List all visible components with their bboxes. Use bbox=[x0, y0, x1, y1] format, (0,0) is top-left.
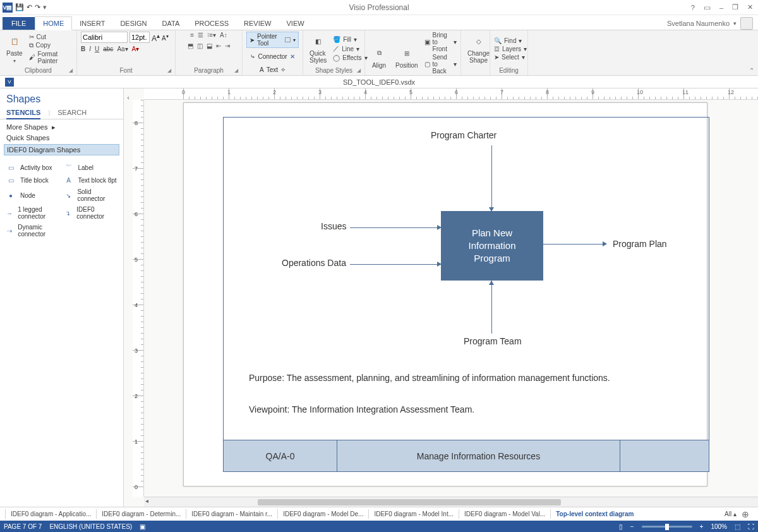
status-language[interactable]: ENGLISH (UNITED STATES) bbox=[49, 523, 132, 530]
tab-view[interactable]: VIEW bbox=[279, 17, 311, 30]
align-top-icon[interactable]: ⬒ bbox=[188, 42, 193, 49]
line-button[interactable]: ／Line▾ bbox=[333, 44, 367, 53]
label-program-charter[interactable]: Program Charter bbox=[431, 130, 496, 140]
title-block[interactable]: QA/A-0 Manage Information Resources bbox=[224, 440, 709, 471]
qat-save-icon[interactable]: 💾 bbox=[15, 3, 24, 11]
zoom-out-button[interactable]: − bbox=[630, 523, 634, 530]
shape-title-block[interactable]: ▭Title block bbox=[5, 176, 61, 184]
align-bottom-icon[interactable]: ⬓ bbox=[207, 42, 212, 49]
font-launcher-icon[interactable]: ◢ bbox=[167, 68, 174, 74]
sheet-tab[interactable]: IDEF0 diagram - Applicatio... bbox=[5, 509, 96, 519]
doc-icon[interactable]: V bbox=[5, 78, 14, 87]
paste-button[interactable]: 📋 Paste ▾ bbox=[4, 32, 25, 65]
arrow-top[interactable] bbox=[491, 145, 492, 211]
more-shapes-item[interactable]: More Shapes ▸ bbox=[6, 123, 117, 131]
sheet-tab[interactable]: IDEF0 diagram - Determin... bbox=[96, 509, 186, 519]
qat-customize-icon[interactable]: ▾ bbox=[43, 3, 47, 11]
italic-button[interactable]: I bbox=[89, 45, 91, 52]
grow-font-button[interactable]: A▴ bbox=[152, 32, 160, 43]
effects-button[interactable]: ◯Effects▾ bbox=[333, 54, 367, 61]
presentation-mode-icon[interactable]: ▯ bbox=[619, 523, 623, 530]
cut-button[interactable]: ✂Cut bbox=[29, 33, 73, 40]
tab-insert[interactable]: INSERT bbox=[72, 17, 112, 30]
shape-label[interactable]: ﹌Label bbox=[63, 163, 119, 172]
label-program-team[interactable]: Program Team bbox=[464, 336, 522, 346]
sheet-tab[interactable]: IDEF0 diagram - Model Val... bbox=[459, 509, 550, 519]
restore-button[interactable]: ❐ bbox=[730, 2, 741, 13]
tab-design[interactable]: DESIGN bbox=[112, 17, 154, 30]
text-direction-icon[interactable]: A↕ bbox=[220, 32, 227, 39]
zoom-slider[interactable] bbox=[642, 526, 692, 528]
find-button[interactable]: 🔍Find▾ bbox=[494, 37, 527, 44]
shape-one-legged[interactable]: →1 legged connector bbox=[5, 206, 61, 220]
minimize-button[interactable]: – bbox=[717, 3, 726, 13]
drawing-canvas[interactable]: Program Charter Issues Operations Data bbox=[144, 100, 758, 497]
drawing-page[interactable]: Program Charter Issues Operations Data bbox=[183, 102, 707, 487]
format-painter-button[interactable]: 🖌Format Painter bbox=[29, 51, 73, 64]
diagram-frame[interactable]: Program Charter Issues Operations Data bbox=[223, 117, 709, 472]
title-block-number[interactable] bbox=[620, 440, 709, 471]
purpose-text[interactable]: Purpose: The assessment, planning, and s… bbox=[249, 373, 691, 383]
macro-record-icon[interactable]: ▣ bbox=[140, 523, 145, 530]
bring-to-front-button[interactable]: ▣Bring to Front ▾ bbox=[424, 32, 457, 52]
sheet-all-button[interactable]: All ▴ bbox=[725, 511, 737, 517]
tab-review[interactable]: REVIEW bbox=[236, 17, 279, 30]
ribbon-options-button[interactable]: ▭ bbox=[701, 2, 713, 13]
search-tab[interactable]: SEARCH bbox=[57, 109, 87, 116]
select-button[interactable]: ➤Select▾ bbox=[494, 54, 527, 61]
scroll-left-icon[interactable]: ◂ bbox=[145, 497, 148, 504]
qat-redo-icon[interactable]: ↷ bbox=[35, 3, 40, 11]
tab-file[interactable]: FILE bbox=[3, 17, 35, 30]
quick-styles-button[interactable]: ◧ Quick Styles bbox=[307, 32, 329, 65]
align-center-h-icon[interactable]: ☰ bbox=[198, 32, 203, 39]
pane-collapse-icon[interactable]: ‹ bbox=[124, 88, 133, 507]
full-screen-icon[interactable]: ⛶ bbox=[748, 523, 754, 530]
strike-button[interactable]: abc bbox=[103, 45, 113, 52]
scroll-thumb[interactable] bbox=[258, 499, 561, 505]
align-button[interactable]: ⧉Align bbox=[369, 44, 389, 70]
title-block-title[interactable]: Manage Information Resources bbox=[337, 440, 620, 471]
font-color-button[interactable]: A▾ bbox=[132, 45, 140, 52]
shape-activity-box[interactable]: ▭Activity box bbox=[5, 163, 61, 172]
label-program-plan[interactable]: Program Plan bbox=[613, 239, 667, 249]
quick-shapes-item[interactable]: Quick Shapes bbox=[6, 134, 117, 142]
connector-tool-button[interactable]: ⤷Connector✕ bbox=[247, 52, 298, 61]
shrink-font-button[interactable]: A▾ bbox=[162, 33, 169, 42]
indent-inc-icon[interactable]: ⇥ bbox=[225, 42, 230, 49]
shape-dynamic-connector[interactable]: ⇢Dynamic connector bbox=[5, 224, 61, 238]
underline-button[interactable]: U bbox=[95, 45, 99, 52]
horizontal-scrollbar[interactable]: ◂ bbox=[144, 497, 758, 507]
label-operations-data[interactable]: Operations Data bbox=[282, 258, 346, 268]
sheet-tab[interactable]: Top-level context diagram bbox=[550, 509, 639, 519]
font-family-select[interactable] bbox=[81, 32, 128, 43]
align-left-h-icon[interactable]: ≡ bbox=[190, 32, 194, 39]
indent-dec-icon[interactable]: ⇤ bbox=[216, 42, 221, 49]
fit-page-icon[interactable]: ⬚ bbox=[735, 523, 740, 530]
add-sheet-button[interactable]: ⊕ bbox=[738, 509, 753, 519]
idef0-shapes-item[interactable]: IDEF0 Diagram Shapes bbox=[4, 144, 119, 155]
arrow-left1[interactable] bbox=[350, 227, 441, 228]
activity-box[interactable]: Plan New Information Program bbox=[441, 211, 543, 281]
tab-data[interactable]: DATA bbox=[155, 17, 188, 30]
pointer-tool-button[interactable]: ➤Pointer Tool▾ bbox=[246, 32, 299, 48]
sheet-tab[interactable]: IDEF0 diagram - Model Int... bbox=[368, 509, 459, 519]
close-button[interactable]: ✕ bbox=[745, 2, 755, 13]
arrow-left2[interactable] bbox=[350, 264, 441, 265]
shape-node[interactable]: ●Node bbox=[5, 188, 61, 202]
sheet-tab[interactable]: IDEF0 diagram - Maintain r... bbox=[186, 509, 277, 519]
tab-home[interactable]: HOME bbox=[35, 16, 72, 30]
shape-idef0-connector[interactable]: ↴IDEF0 connector bbox=[63, 206, 119, 220]
shape-text-block[interactable]: AText block 8pt bbox=[63, 176, 119, 184]
freeform-icon[interactable]: ✧ bbox=[280, 66, 286, 73]
arrow-right[interactable] bbox=[543, 244, 606, 245]
user-name[interactable]: Svetlana Naumenko bbox=[667, 20, 730, 27]
qat-undo-icon[interactable]: ↶ bbox=[27, 3, 32, 11]
position-button[interactable]: ⊞Position bbox=[393, 44, 421, 70]
zoom-level[interactable]: 100% bbox=[711, 523, 727, 530]
bold-button[interactable]: B bbox=[81, 45, 85, 52]
user-avatar-icon[interactable] bbox=[740, 17, 753, 30]
send-to-back-button[interactable]: ▢Send to Back ▾ bbox=[424, 54, 457, 75]
font-size-select[interactable] bbox=[129, 32, 150, 43]
clipboard-launcher-icon[interactable]: ◢ bbox=[69, 68, 75, 74]
viewpoint-text[interactable]: Viewpoint: The Information Integration A… bbox=[249, 404, 691, 414]
